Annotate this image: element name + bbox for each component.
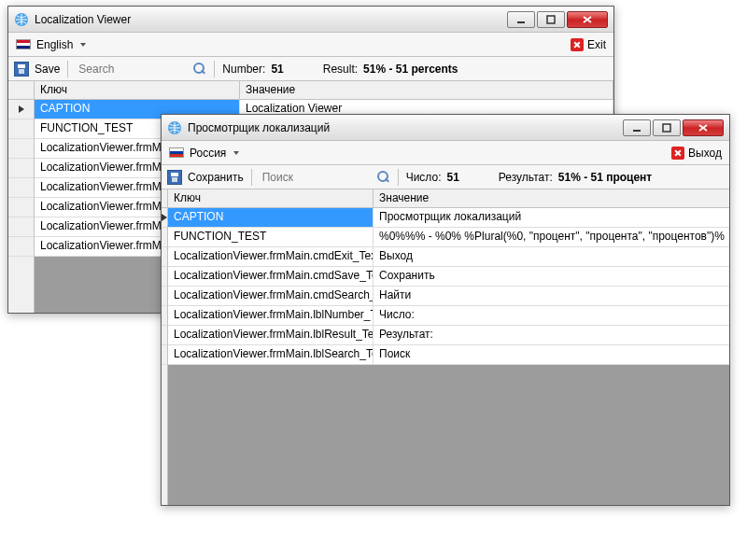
row-indicator[interactable] bbox=[162, 287, 167, 306]
row-indicator[interactable] bbox=[8, 139, 34, 159]
result-label: Result: bbox=[323, 63, 358, 76]
chevron-down-icon[interactable] bbox=[233, 151, 239, 155]
search-box bbox=[76, 60, 206, 78]
chevron-down-icon[interactable] bbox=[80, 43, 86, 47]
row-header-column bbox=[8, 81, 35, 313]
number-label: Число: bbox=[406, 171, 442, 184]
language-selector[interactable]: English bbox=[36, 38, 73, 51]
language-toolbar: Россия Выход bbox=[162, 141, 729, 165]
row-indicator[interactable] bbox=[8, 119, 34, 139]
window-controls bbox=[507, 11, 608, 28]
toolbar-separator bbox=[251, 169, 252, 186]
row-indicator[interactable] bbox=[162, 326, 167, 345]
minimize-button[interactable] bbox=[623, 119, 651, 136]
search-input[interactable] bbox=[260, 168, 372, 187]
row-indicator[interactable] bbox=[8, 198, 34, 217]
row-indicator[interactable] bbox=[162, 228, 167, 247]
row-indicator[interactable] bbox=[8, 237, 34, 257]
result-value: 51% - 51 процент bbox=[558, 171, 652, 184]
flag-ru-icon bbox=[169, 147, 184, 158]
search-box bbox=[260, 168, 390, 187]
maximize-button[interactable] bbox=[653, 119, 681, 136]
number-value: 51 bbox=[447, 171, 459, 184]
toolbar-separator bbox=[214, 61, 215, 77]
save-button[interactable]: Сохранить bbox=[188, 171, 244, 184]
grid-header: Ключ Значение bbox=[35, 81, 613, 100]
toolbar-separator bbox=[398, 169, 399, 186]
table-row[interactable]: CAPTIONПросмотрщик локализаций bbox=[168, 208, 729, 228]
table-row[interactable]: LocalizationViewer.frmMain.lblSearch_Tex… bbox=[168, 345, 729, 365]
row-indicator[interactable] bbox=[162, 267, 167, 287]
table-row[interactable]: LocalizationViewer.frmMain.lblNumber_Tex… bbox=[168, 306, 729, 326]
row-indicator[interactable] bbox=[8, 217, 34, 237]
grid-header: Ключ Значение bbox=[168, 189, 729, 208]
search-icon[interactable] bbox=[377, 171, 390, 184]
result-label: Результат: bbox=[499, 171, 553, 184]
table-row[interactable]: LocalizationViewer.frmMain.cmdExit_TextВ… bbox=[168, 247, 729, 267]
row-indicator[interactable] bbox=[8, 159, 34, 178]
svg-rect-4 bbox=[633, 130, 641, 132]
row-indicator[interactable] bbox=[162, 306, 167, 326]
save-button[interactable]: Save bbox=[35, 63, 60, 76]
row-indicator[interactable] bbox=[162, 345, 167, 365]
column-header-key[interactable]: Ключ bbox=[35, 81, 240, 99]
row-indicator[interactable] bbox=[162, 208, 167, 228]
window-title: Просмотрщик локализаций bbox=[188, 121, 617, 134]
save-icon[interactable] bbox=[167, 170, 182, 185]
row-indicator[interactable] bbox=[8, 100, 34, 119]
close-icon bbox=[571, 38, 584, 51]
titlebar[interactable]: Просмотрщик локализаций bbox=[162, 115, 729, 141]
column-header-key[interactable]: Ключ bbox=[168, 189, 374, 207]
language-selector[interactable]: Россия bbox=[190, 147, 226, 160]
titlebar[interactable]: Localization Viewer bbox=[8, 7, 613, 33]
search-icon[interactable] bbox=[193, 63, 206, 76]
row-indicator[interactable] bbox=[162, 247, 167, 267]
flag-uk-icon bbox=[16, 39, 31, 49]
svg-rect-5 bbox=[663, 124, 670, 132]
close-button[interactable] bbox=[683, 119, 724, 136]
table-row[interactable]: FUNCTION_TEST%0%%% - %0% %Plural(%0, "пр… bbox=[168, 228, 729, 247]
close-button[interactable] bbox=[567, 11, 608, 28]
exit-label: Exit bbox=[587, 38, 606, 51]
app-icon bbox=[167, 120, 182, 135]
window-title: Localization Viewer bbox=[35, 13, 501, 26]
table-row[interactable]: LocalizationViewer.frmMain.lblResult_Tex… bbox=[168, 326, 729, 345]
minimize-button[interactable] bbox=[507, 11, 535, 28]
number-label: Number: bbox=[222, 63, 265, 76]
maximize-button[interactable] bbox=[537, 11, 565, 28]
column-header-value[interactable]: Значение bbox=[374, 189, 729, 207]
number-value: 51 bbox=[271, 63, 283, 76]
exit-button[interactable]: Выход bbox=[671, 147, 722, 160]
main-toolbar: Save Number: 51 Result: 51% - 51 percent… bbox=[8, 57, 613, 81]
search-input[interactable] bbox=[76, 60, 188, 78]
table-row[interactable]: LocalizationViewer.frmMain.cmdSearch_Tex… bbox=[168, 287, 729, 306]
result-value: 51% - 51 percents bbox=[363, 63, 458, 76]
close-icon bbox=[671, 147, 684, 160]
main-toolbar: Сохранить Число: 51 Результат: 51% - 51 … bbox=[162, 165, 729, 189]
exit-button[interactable]: Exit bbox=[571, 38, 606, 51]
language-toolbar: English Exit bbox=[8, 33, 613, 57]
column-header-value[interactable]: Значение bbox=[240, 81, 613, 99]
data-grid[interactable]: Ключ Значение CAPTIONПросмотрщик локализ… bbox=[162, 189, 729, 505]
table-row[interactable]: LocalizationViewer.frmMain.cmdSave_TextС… bbox=[168, 267, 729, 287]
window-controls bbox=[623, 119, 724, 136]
window-russian: Просмотрщик локализаций Россия Выход Сох… bbox=[161, 114, 730, 506]
svg-rect-1 bbox=[517, 21, 525, 23]
row-header-column bbox=[162, 189, 168, 505]
app-icon bbox=[14, 12, 29, 27]
svg-rect-2 bbox=[547, 16, 555, 23]
exit-label: Выход bbox=[688, 147, 722, 160]
toolbar-separator bbox=[67, 61, 68, 77]
save-icon[interactable] bbox=[14, 62, 29, 77]
row-indicator[interactable] bbox=[8, 178, 34, 198]
